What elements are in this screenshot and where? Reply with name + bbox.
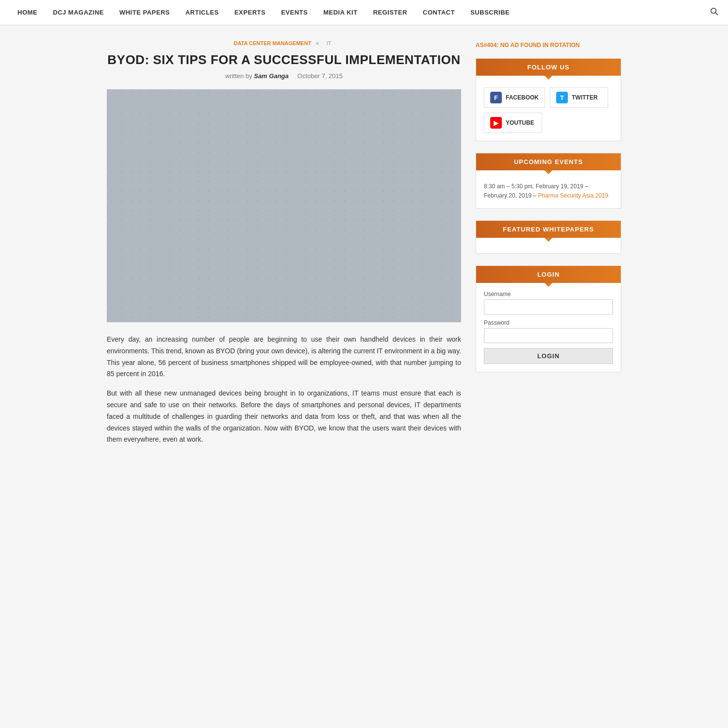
facebook-icon: f [490, 92, 502, 103]
nav-contact[interactable]: CONTACT [415, 0, 463, 25]
event-link[interactable]: Pharma Security Asia 2019 [538, 192, 608, 199]
youtube-icon: ▶ [490, 117, 502, 129]
nav-dcj-magazine[interactable]: DCJ MAGAZINE [45, 0, 112, 25]
follow-us-header: FOLLOW US [476, 59, 621, 76]
sidebar: AS#404: NO AD FOUND IN ROTATION FOLLOW U… [476, 40, 621, 453]
upcoming-events-header: UPCOMING EVENTS [476, 153, 621, 170]
nav-media-kit[interactable]: MEDIA KIT [315, 0, 365, 25]
facebook-button[interactable]: f FACEBOOK [484, 87, 545, 108]
nav-register[interactable]: REGISTER [365, 0, 415, 25]
article-image-inner [107, 89, 461, 322]
article-meta: written by Sam Ganga October 7, 2015 [107, 72, 461, 80]
breadcrumb: DATA CENTER MANAGEMENT « IT [107, 40, 461, 47]
ad-notice: AS#404: NO AD FOUND IN ROTATION [476, 40, 621, 50]
password-input[interactable] [484, 328, 613, 343]
twitter-icon: t [556, 92, 568, 103]
article-image [107, 89, 461, 322]
social-grid: f FACEBOOK t TWITTER ▶ YOUTUBE [484, 87, 613, 133]
upcoming-events-body: 8:30 am – 5:30 pm, February 19, 2019 – F… [476, 170, 621, 208]
password-label: Password [484, 319, 613, 326]
facebook-label: FACEBOOK [506, 94, 539, 101]
article-title: BYOD: SIX TIPS FOR A SUCCESSFUL IMPLEMEN… [107, 52, 461, 67]
login-header: LOGIN [476, 266, 621, 283]
main-content: DATA CENTER MANAGEMENT « IT BYOD: SIX TI… [107, 40, 461, 453]
youtube-label: YOUTUBE [506, 119, 534, 126]
upcoming-events-widget: UPCOMING EVENTS 8:30 am – 5:30 pm, Febru… [476, 153, 621, 209]
login-button[interactable]: LOGIN [484, 348, 613, 364]
main-nav: HOME DCJ MAGAZINE WHITE PAPERS ARTICLES … [0, 0, 728, 25]
breadcrumb-current: IT [327, 40, 331, 46]
article-author[interactable]: Sam Ganga [254, 72, 289, 80]
article-body: Every day, an increasing number of peopl… [107, 334, 461, 446]
article-paragraph-1: Every day, an increasing number of peopl… [107, 334, 461, 380]
username-input[interactable] [484, 299, 613, 314]
featured-whitepapers-widget: FEATURED WHITEPAPERS [476, 220, 621, 254]
article-date: October 7, 2015 [298, 72, 343, 80]
svg-line-1 [715, 13, 717, 15]
featured-whitepapers-header: FEATURED WHITEPAPERS [476, 221, 621, 238]
breadcrumb-category[interactable]: DATA CENTER MANAGEMENT [233, 40, 311, 46]
article-paragraph-2: But with all these new unmanaged devices… [107, 388, 461, 446]
login-form: Username Password LOGIN [484, 291, 613, 364]
page-wrap: DATA CENTER MANAGEMENT « IT BYOD: SIX TI… [97, 25, 631, 468]
nav-events[interactable]: EVENTS [273, 0, 315, 25]
breadcrumb-separator: « [316, 40, 319, 47]
login-widget: LOGIN Username Password LOGIN [476, 265, 621, 372]
follow-us-widget: FOLLOW US f FACEBOOK t TWITTER ▶ YOUTUBE [476, 58, 621, 141]
username-label: Username [484, 291, 613, 298]
nav-home[interactable]: HOME [10, 0, 45, 25]
twitter-button[interactable]: t TWITTER [550, 87, 608, 108]
nav-experts[interactable]: EXPERTS [227, 0, 273, 25]
follow-us-body: f FACEBOOK t TWITTER ▶ YOUTUBE [476, 76, 621, 141]
event-time: 8:30 am – 5:30 pm, February 19, 2019 – F… [484, 182, 613, 200]
youtube-button[interactable]: ▶ YOUTUBE [484, 113, 542, 133]
login-body: Username Password LOGIN [476, 283, 621, 372]
nav-subscribe[interactable]: SUBSCRIBE [463, 0, 517, 25]
written-by-label: written by [225, 72, 252, 80]
nav-articles[interactable]: ARTICLES [178, 0, 227, 25]
search-icon[interactable] [710, 7, 718, 18]
nav-white-papers[interactable]: WHITE PAPERS [112, 0, 178, 25]
twitter-label: TWITTER [572, 94, 597, 101]
